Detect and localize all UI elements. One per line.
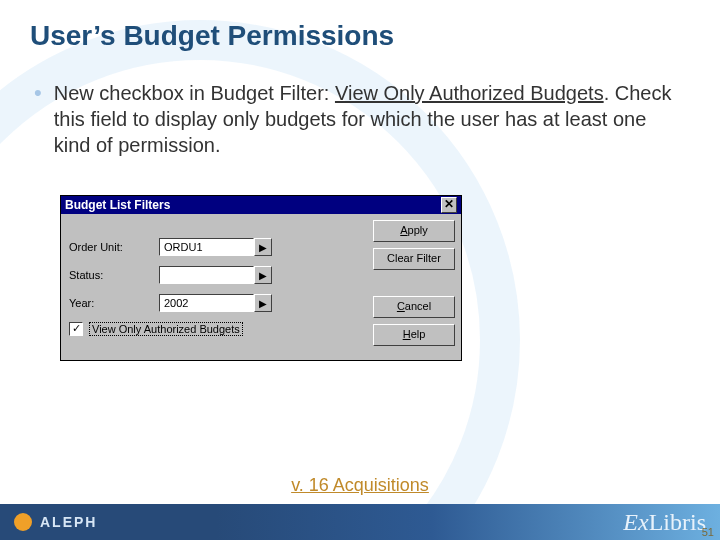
cancel-button[interactable]: Cancel <box>373 296 455 318</box>
status-dropdown-icon[interactable]: ▶ <box>254 266 272 284</box>
bullet-text: New checkbox in Budget Filter: View Only… <box>54 80 680 158</box>
aleph-mark-icon <box>14 513 32 531</box>
cancel-mnemonic: C <box>397 300 405 312</box>
body-text: • New checkbox in Budget Filter: View On… <box>30 80 680 158</box>
apply-rest: pply <box>408 224 428 236</box>
view-only-authorized-label: View Only Authorized Budgets <box>89 322 243 336</box>
close-icon[interactable]: ✕ <box>441 197 457 213</box>
apply-button[interactable]: Apply <box>373 220 455 242</box>
footer-center-text: v. 16 Acquisitions <box>0 475 720 496</box>
order-unit-label: Order Unit: <box>69 241 159 253</box>
footer-bar: ALEPH ExLibris <box>0 504 720 540</box>
order-unit-input[interactable]: ORDU1 <box>159 238 254 256</box>
dialog-title: Budget List Filters <box>65 196 170 214</box>
bullet-dot: • <box>34 80 42 106</box>
status-label: Status: <box>69 269 159 281</box>
clear-filter-button[interactable]: Clear Filter <box>373 248 455 270</box>
exlibris-logo: ExLibris <box>623 509 706 536</box>
exlibris-ex: Ex <box>623 509 648 535</box>
bullet-underlined: View Only Authorized Budgets <box>335 82 604 104</box>
apply-mnemonic: A <box>400 224 407 236</box>
cancel-rest: ancel <box>405 300 431 312</box>
bullet-pre: New checkbox in Budget Filter: <box>54 82 335 104</box>
year-label: Year: <box>69 297 159 309</box>
order-unit-dropdown-icon[interactable]: ▶ <box>254 238 272 256</box>
help-button[interactable]: Help <box>373 324 455 346</box>
exlibris-rest: Libris <box>649 509 706 535</box>
page-number: 51 <box>702 526 714 538</box>
aleph-logo: ALEPH <box>14 513 97 531</box>
help-rest: elp <box>411 328 426 340</box>
help-mnemonic: H <box>403 328 411 340</box>
clear-rest: Clear Filter <box>387 252 441 264</box>
dialog-titlebar: Budget List Filters ✕ <box>61 196 461 214</box>
budget-filter-dialog: Budget List Filters ✕ Order Unit: ORDU1 … <box>60 195 462 361</box>
year-dropdown-icon[interactable]: ▶ <box>254 294 272 312</box>
status-input[interactable] <box>159 266 254 284</box>
view-only-authorized-checkbox[interactable]: ✓ <box>69 322 83 336</box>
year-input[interactable]: 2002 <box>159 294 254 312</box>
slide-title: User’s Budget Permissions <box>30 20 690 52</box>
aleph-text: ALEPH <box>40 514 97 530</box>
